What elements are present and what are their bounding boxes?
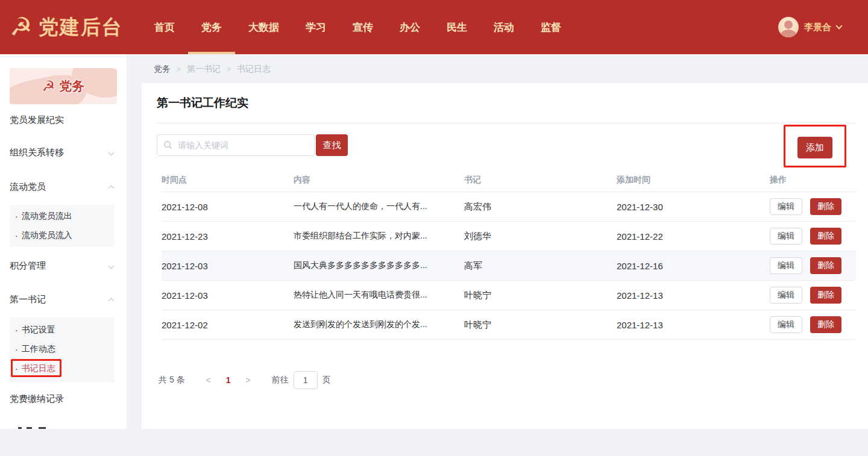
sidebar-item-label: 党费缴纳记录 [10, 393, 64, 405]
page-unit-label: 页 [322, 375, 331, 386]
app-title: 党建后台 [39, 14, 123, 41]
nav-item-home[interactable]: 首页 [141, 0, 188, 54]
edit-button[interactable]: 编辑 [770, 287, 802, 304]
bullet: · [15, 231, 18, 240]
page-number-current[interactable]: 1 [216, 375, 241, 385]
cell-time: 2021-12-03 [162, 261, 294, 271]
search-button[interactable]: 查找 [316, 134, 348, 156]
clipped-menu-item [10, 426, 115, 429]
pagination-total: 共 5 条 [159, 375, 185, 386]
records-table: 时间点 内容 书记 添加时间 操作 2021-12-08 一代人有一代人的使命，… [162, 168, 856, 340]
sidebar-subitem-secretary-settings[interactable]: · 书记设置 [10, 320, 115, 340]
sidebar-subitem-label: 流动党员流入 [22, 230, 72, 241]
sidebar-item-first-secretary[interactable]: 第一书记 [0, 290, 127, 308]
delete-button[interactable]: 删除 [810, 198, 841, 215]
sidebar-subitem-label: 书记设置 [22, 325, 55, 336]
sidebar-subitem-secretary-log[interactable]: · 书记日志 [10, 359, 115, 378]
edit-button[interactable]: 编辑 [770, 316, 802, 333]
delete-button[interactable]: 删除 [810, 228, 841, 245]
cell-secretary: 叶晓宁 [464, 319, 617, 331]
sidebar-subitem-label: 工作动态 [22, 344, 55, 355]
cell-secretary: 刘德华 [464, 231, 617, 242]
sidebar-item-points[interactable]: 积分管理 [0, 257, 127, 275]
breadcrumb-item[interactable]: 第一书记 [187, 64, 221, 75]
nav-item-supervision[interactable]: 监督 [527, 0, 574, 54]
table-row: 2021-12-03 国风大典多多多多多多多多多多多... 高军 2021-12… [162, 251, 856, 281]
sidebar-banner: ☭ 党务 [10, 68, 117, 104]
user-menu[interactable]: 李景合 [778, 0, 841, 54]
submenu-mobile-members: · 流动党员流出 · 流动党员流入 [10, 205, 115, 247]
nav-item-publicity[interactable]: 宣传 [339, 0, 386, 54]
prev-page-button[interactable]: < [201, 375, 216, 385]
sidebar-item-development[interactable]: 党员发展纪实 [0, 111, 127, 129]
edit-button[interactable]: 编辑 [770, 198, 802, 215]
cell-secretary: 高军 [464, 260, 617, 272]
sidebar-subitem-label: 书记日志 [22, 363, 55, 374]
sidebar-subitem-inflow[interactable]: · 流动党员流入 [10, 226, 115, 245]
goto-label: 前往 [272, 375, 289, 386]
table-row: 2021-12-23 市委组织部结合工作实际，对内蒙... 刘德华 2021-1… [162, 222, 856, 251]
cell-content: 国风大典多多多多多多多多多多多... [294, 260, 464, 271]
table-row: 2021-12-02 发送到刚发的个发送到刚发的个发... 叶晓宁 2021-1… [162, 310, 856, 340]
nav-item-bigdata[interactable]: 大数据 [235, 0, 292, 54]
sidebar: ☭ 党务 党员发展纪实 组织关系转移 流动党员 · 流动党员流出 · 流动党员流… [0, 54, 127, 429]
sidebar-subitem-outflow[interactable]: · 流动党员流出 [10, 207, 115, 226]
page-title: 第一书记工作纪实 [157, 95, 248, 111]
search-input[interactable] [157, 134, 315, 156]
nav-item-livelihood[interactable]: 民生 [433, 0, 480, 54]
bullet: · [15, 211, 18, 221]
cell-content: 发送到刚发的个发送到刚发的个发... [294, 319, 464, 330]
cell-secretary: 叶晓宁 [464, 290, 617, 301]
cell-added-time: 2021-12-16 [617, 261, 770, 271]
nav-item-activity[interactable]: 活动 [480, 0, 527, 54]
user-name: 李景合 [804, 22, 831, 33]
edit-button[interactable]: 编辑 [770, 228, 802, 245]
nav-item-office[interactable]: 办公 [386, 0, 433, 54]
delete-button[interactable]: 删除 [810, 316, 841, 333]
column-header-actions: 操作 [770, 175, 856, 186]
sidebar-item-label: 流动党员 [10, 181, 46, 193]
column-header-time: 时间点 [162, 175, 294, 186]
top-header: ☭ 党建后台 首页 党务 大数据 学习 宣传 办公 民生 活动 监督 李景合 [0, 0, 868, 54]
goto-page-input[interactable] [294, 371, 318, 389]
delete-button[interactable]: 删除 [810, 287, 841, 304]
edit-button[interactable]: 编辑 [770, 257, 802, 274]
add-button[interactable]: 添加 [797, 137, 832, 158]
top-nav: 首页 党务 大数据 学习 宣传 办公 民生 活动 监督 [141, 0, 574, 54]
sidebar-subitem-work-updates[interactable]: · 工作动态 [10, 340, 115, 359]
chevron-down-icon [108, 149, 115, 155]
column-header-secretary: 书记 [464, 175, 617, 186]
divider [157, 123, 856, 123]
breadcrumb-item[interactable]: 党务 [154, 64, 171, 75]
breadcrumb-separator: > [227, 65, 231, 73]
chevron-up-icon [108, 298, 115, 304]
table-row: 2021-12-03 热特让他入同一天有哦电话费贵很... 叶晓宁 2021-1… [162, 281, 856, 310]
nav-item-dangwu[interactable]: 党务 [188, 0, 235, 54]
cell-content: 市委组织部结合工作实际，对内蒙... [294, 231, 464, 242]
bullet: · [15, 325, 18, 335]
breadcrumb-separator: > [177, 65, 181, 73]
app-logo: ☭ 党建后台 [10, 0, 123, 54]
chevron-up-icon [108, 185, 115, 191]
cell-secretary: 高宏伟 [464, 201, 617, 213]
sidebar-item-label: 组织关系转移 [10, 147, 64, 158]
table-row: 2021-12-08 一代人有一代人的使命，一代人有... 高宏伟 2021-1… [162, 192, 856, 222]
sidebar-item-mobile-members[interactable]: 流动党员 [0, 178, 127, 196]
sidebar-item-org-transfer[interactable]: 组织关系转移 [0, 143, 127, 161]
sidebar-item-dues-records[interactable]: 党费缴纳记录 [0, 390, 127, 408]
sidebar-item-label: 积分管理 [10, 260, 46, 272]
sidebar-item-label: 第一书记 [10, 294, 46, 305]
cell-content: 一代人有一代人的使命，一代人有... [294, 201, 464, 212]
table-header-row: 时间点 内容 书记 添加时间 操作 [162, 168, 856, 192]
breadcrumb: 党务 > 第一书记 > 书记日志 [154, 64, 271, 75]
cell-added-time: 2021-12-13 [617, 290, 770, 301]
nav-item-study[interactable]: 学习 [292, 0, 339, 54]
delete-button[interactable]: 删除 [810, 257, 841, 274]
sidebar-item-label: 党员发展纪实 [10, 114, 64, 126]
search-icon [163, 140, 172, 149]
chevron-down-icon [835, 22, 842, 29]
cell-added-time: 2021-12-22 [617, 231, 770, 242]
next-page-button[interactable]: > [241, 375, 256, 385]
avatar [778, 17, 799, 37]
sidebar-banner-label: 党务 [59, 78, 84, 95]
